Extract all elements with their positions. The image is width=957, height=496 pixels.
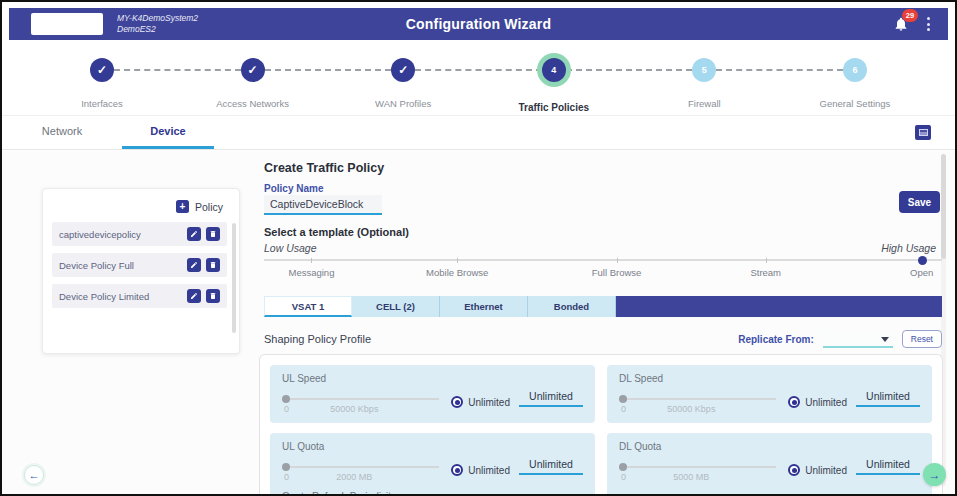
dl-speed-unlimited-radio[interactable]: Unlimited [788, 396, 847, 408]
back-arrow-icon: ← [29, 469, 40, 481]
radio-selected-icon [451, 464, 463, 476]
app-header: MY-K4DemoSystem2 DemoES2 Configuration W… [9, 8, 948, 40]
plus-icon: + [180, 201, 186, 212]
back-button[interactable]: ← [24, 465, 44, 485]
wizard-stepper: ✓ Interfaces ✓ Access Networks ✓ WAN Pro… [2, 40, 955, 114]
check-icon: ✓ [90, 58, 114, 82]
tab-network[interactable]: Network [16, 116, 108, 149]
more-menu-icon[interactable] [925, 15, 932, 33]
next-arrow-icon: → [929, 468, 941, 482]
edit-policy-button[interactable] [187, 289, 201, 303]
ul-quota-value-field[interactable]: Unlimited [519, 458, 583, 475]
check-icon: ✓ [241, 58, 265, 82]
step-label: Firewall [688, 98, 721, 109]
slider-tick [766, 258, 767, 263]
stepper-connector [415, 69, 542, 71]
policy-name-input[interactable] [264, 195, 382, 215]
radio-selected-icon [788, 396, 800, 408]
ul-speed-slider[interactable]: 0 50000 Kbps [282, 398, 439, 415]
form-title: Create Traffic Policy [264, 161, 384, 175]
slider-scale-label: 50000 Kbps [667, 404, 715, 414]
policy-list-item[interactable]: Device Policy Full [52, 253, 227, 277]
template-option-mobile-browse[interactable]: Mobile Browse [426, 267, 488, 278]
reset-button[interactable]: Reset [902, 330, 942, 348]
policy-name: captivedevicepolicy [59, 229, 182, 240]
ul-quota-unlimited-radio[interactable]: Unlimited [451, 464, 510, 476]
step-wan-profiles[interactable]: ✓ WAN Profiles [391, 58, 415, 82]
dl-speed-label: DL Speed [619, 373, 920, 384]
trash-icon [209, 261, 217, 269]
add-policy-label[interactable]: Policy [195, 201, 223, 213]
step-label: Interfaces [81, 98, 123, 109]
policy-list-item[interactable]: captivedevicepolicy [52, 222, 227, 246]
tab-bonded[interactable]: Bonded [528, 296, 616, 317]
view-tab-bar: Network Device [2, 115, 955, 150]
policy-card-header: + Policy [43, 189, 239, 222]
next-button[interactable]: → [923, 463, 946, 486]
slider-scale-label: 50000 Kbps [330, 404, 378, 414]
step-number: 6 [843, 58, 867, 82]
shaping-controls: Replicate From: Reset [738, 330, 942, 348]
tab-vsat-1[interactable]: VSAT 1 [264, 296, 352, 317]
slider-handle[interactable] [619, 463, 627, 471]
radio-selected-icon [788, 464, 800, 476]
step-label: WAN Profiles [375, 98, 431, 109]
step-number: 4 [542, 58, 566, 82]
notifications-button[interactable]: 29 [893, 16, 909, 32]
policy-list-item[interactable]: Device Policy Limited [52, 284, 227, 308]
edit-policy-button[interactable] [187, 227, 201, 241]
quota-refresh-label: Quota Refresh Periodicity [282, 491, 583, 495]
tab-device[interactable]: Device [122, 116, 214, 149]
template-option-messaging[interactable]: Messaging [288, 267, 334, 278]
dl-quota-value-field[interactable]: Unlimited [856, 458, 920, 475]
template-options: Messaging Mobile Browse Full Browse Stre… [264, 267, 942, 279]
replicate-from-select[interactable] [823, 331, 893, 348]
template-slider-track[interactable] [264, 259, 942, 261]
delete-policy-button[interactable] [206, 258, 220, 272]
policy-list-card: + Policy captivedevicepolicy Device Poli… [42, 188, 240, 354]
dl-quota-unlimited-radio[interactable]: Unlimited [788, 464, 847, 476]
slider-handle[interactable] [282, 395, 290, 403]
system-info: MY-K4DemoSystem2 DemoES2 [117, 13, 198, 36]
scrollbar-thumb[interactable] [941, 154, 946, 259]
delete-policy-button[interactable] [206, 227, 220, 241]
template-option-open[interactable]: Open [910, 267, 933, 278]
step-interfaces[interactable]: ✓ Interfaces [90, 58, 114, 82]
card-view-icon[interactable] [915, 125, 931, 140]
stepper-connector [265, 69, 392, 71]
slider-handle[interactable] [619, 395, 627, 403]
dl-speed-value-field[interactable]: Unlimited [856, 390, 920, 407]
step-firewall[interactable]: 5 Firewall [692, 58, 716, 82]
tab-cell[interactable]: CELL (2) [352, 296, 440, 317]
save-button[interactable]: Save [899, 191, 940, 213]
slider-tick [457, 258, 458, 263]
template-option-full-browse[interactable]: Full Browse [592, 267, 642, 278]
slider-min: 0 [621, 472, 626, 482]
ul-speed-unlimited-radio[interactable]: Unlimited [451, 396, 510, 408]
slider-scale-label: 2000 MB [336, 472, 372, 482]
step-general-settings[interactable]: 6 General Settings [843, 58, 867, 82]
tab-ethernet[interactable]: Ethernet [440, 296, 528, 317]
slider-min: 0 [284, 472, 289, 482]
ul-quota-slider[interactable]: 0 2000 MB [282, 466, 439, 483]
template-option-stream[interactable]: Stream [750, 267, 781, 278]
template-slider-handle[interactable] [918, 256, 927, 265]
dl-speed-panel: DL Speed 0 50000 Kbps Unlimited Unlimite… [607, 365, 932, 423]
step-access-networks[interactable]: ✓ Access Networks [241, 58, 265, 82]
ul-speed-value-field[interactable]: Unlimited [519, 390, 583, 407]
policy-list-scrollbar[interactable] [232, 223, 236, 333]
step-label: Traffic Policies [518, 102, 589, 113]
slider-scale-label: 5000 MB [673, 472, 709, 482]
dl-quota-slider[interactable]: 0 5000 MB [619, 466, 776, 483]
policy-name: Device Policy Full [59, 260, 182, 271]
delete-policy-button[interactable] [206, 289, 220, 303]
add-policy-button[interactable]: + [176, 200, 189, 213]
trash-icon [209, 230, 217, 238]
slider-min: 0 [284, 404, 289, 414]
ul-speed-label: UL Speed [282, 373, 583, 384]
shaping-title: Shaping Policy Profile [264, 333, 371, 345]
step-traffic-policies[interactable]: 4 Traffic Policies [542, 58, 566, 82]
slider-handle[interactable] [282, 463, 290, 471]
dl-speed-slider[interactable]: 0 50000 Kbps [619, 398, 776, 415]
edit-policy-button[interactable] [187, 258, 201, 272]
